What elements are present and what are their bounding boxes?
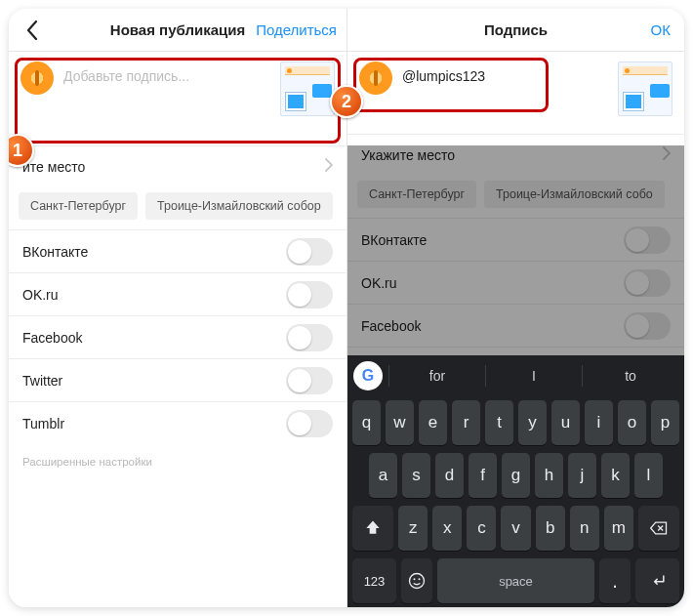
add-location-row[interactable]: ите место xyxy=(9,145,346,186)
header-title: Новая публикация xyxy=(110,21,245,38)
keyboard-row: a s d f g h j k l xyxy=(347,449,684,502)
ok-action[interactable]: ОК xyxy=(651,9,671,51)
key-n[interactable]: n xyxy=(570,506,599,551)
key-t[interactable]: t xyxy=(485,400,513,445)
keyboard-row: z x c v b n m xyxy=(347,502,684,554)
toggle[interactable] xyxy=(286,410,333,437)
key-w[interactable]: w xyxy=(386,400,414,445)
key-u[interactable]: u xyxy=(551,400,580,445)
avatar xyxy=(20,62,54,95)
advanced-settings[interactable]: Расширенные настройки xyxy=(9,444,346,479)
share-row-tumblr[interactable]: Tumblr xyxy=(9,401,346,444)
svg-point-2 xyxy=(419,578,421,580)
keyboard-suggestion[interactable]: I xyxy=(485,365,582,387)
chevron-left-icon xyxy=(25,20,39,41)
keyboard-row: 123 space . xyxy=(347,554,684,607)
key-v[interactable]: v xyxy=(501,506,530,551)
caption-input[interactable]: @lumpics123 xyxy=(402,62,618,84)
keyboard[interactable]: G for I to q w e r t y u i o p a s d xyxy=(347,355,684,607)
toggle[interactable] xyxy=(286,367,333,394)
share-label: OK.ru xyxy=(361,275,397,291)
key-y[interactable]: y xyxy=(518,400,547,445)
key-emoji[interactable] xyxy=(401,558,432,603)
shift-icon xyxy=(363,518,383,538)
toggle[interactable] xyxy=(624,312,671,340)
key-z[interactable]: z xyxy=(398,506,428,551)
key-c[interactable]: c xyxy=(467,506,496,551)
share-row-ok[interactable]: OK.ru xyxy=(9,272,346,315)
toggle[interactable] xyxy=(624,226,671,254)
key-period[interactable]: . xyxy=(599,558,631,603)
key-r[interactable]: r xyxy=(452,400,480,445)
location-chip[interactable]: Троице-Измайловский собо xyxy=(484,181,665,208)
share-label: Tumblr xyxy=(22,416,64,431)
key-q[interactable]: q xyxy=(352,400,381,445)
key-b[interactable]: b xyxy=(536,506,565,551)
location-chip[interactable]: Санкт-Петербург xyxy=(19,192,138,220)
key-f[interactable]: f xyxy=(469,453,497,498)
post-thumbnail[interactable] xyxy=(280,62,335,116)
location-chip[interactable]: Санкт-Петербург xyxy=(357,181,476,208)
key-enter[interactable] xyxy=(635,558,679,603)
key-d[interactable]: d xyxy=(435,453,464,498)
share-label: Twitter xyxy=(22,373,62,389)
key-k[interactable]: k xyxy=(601,453,630,498)
avatar xyxy=(359,62,392,95)
header: Подпись ОК xyxy=(347,9,684,52)
header: Новая публикация Поделиться xyxy=(9,9,346,52)
keyboard-suggestion-bar: G for I to xyxy=(347,355,684,396)
post-thumbnail[interactable] xyxy=(618,62,673,116)
key-j[interactable]: j xyxy=(568,453,596,498)
location-chips: Санкт-Петербург Троице-Измайловский собо xyxy=(347,175,684,218)
google-icon[interactable]: G xyxy=(353,361,383,390)
key-h[interactable]: h xyxy=(535,453,563,498)
toggle[interactable] xyxy=(286,324,333,351)
share-action[interactable]: Поделиться xyxy=(256,9,337,51)
location-chip[interactable]: Троице-Измайловский собор xyxy=(145,192,333,220)
screen-new-post: Новая публикация Поделиться Добавьте под… xyxy=(9,9,346,607)
add-location-label: Укажите место xyxy=(361,147,455,163)
chevron-right-icon xyxy=(325,158,333,175)
key-x[interactable]: x xyxy=(432,506,462,551)
share-row-vk[interactable]: ВКонтакте xyxy=(347,218,684,261)
keyboard-row: q w e r t y u i o p xyxy=(347,396,684,449)
backspace-icon xyxy=(649,518,669,538)
key-m[interactable]: m xyxy=(604,506,633,551)
key-backspace[interactable] xyxy=(638,506,679,551)
key-e[interactable]: e xyxy=(419,400,447,445)
key-shift[interactable] xyxy=(352,506,393,551)
toggle[interactable] xyxy=(286,281,333,308)
share-label: ВКонтакте xyxy=(361,232,427,248)
header-title: Подпись xyxy=(484,21,548,38)
add-location-row[interactable]: Укажите место xyxy=(347,134,684,175)
share-row-fb[interactable]: Facebook xyxy=(347,304,684,347)
toggle[interactable] xyxy=(624,269,671,297)
key-space[interactable]: space xyxy=(437,558,594,603)
screen-caption-edit: Подпись ОК 2 @lumpics123 Укажите место С… xyxy=(346,9,684,607)
caption-row[interactable]: @lumpics123 xyxy=(347,52,684,134)
key-o[interactable]: o xyxy=(618,400,646,445)
key-l[interactable]: l xyxy=(634,453,663,498)
key-i[interactable]: i xyxy=(585,400,613,445)
keyboard-suggestion[interactable]: for xyxy=(388,365,485,387)
svg-point-0 xyxy=(410,574,425,589)
caption-row[interactable]: Добавьте подпись... xyxy=(9,52,346,145)
share-row-fb[interactable]: Facebook xyxy=(9,315,346,358)
key-p[interactable]: p xyxy=(651,400,679,445)
back-button[interactable] xyxy=(15,9,50,51)
caption-input[interactable]: Добавьте подпись... xyxy=(63,62,280,84)
share-row-tw[interactable]: Twitter xyxy=(9,358,346,401)
chevron-right-icon xyxy=(663,146,671,163)
key-g[interactable]: g xyxy=(502,453,530,498)
share-row-ok[interactable]: OK.ru xyxy=(347,261,684,304)
keyboard-suggestion[interactable]: to xyxy=(582,365,678,387)
key-numbers[interactable]: 123 xyxy=(352,558,396,603)
key-a[interactable]: a xyxy=(369,453,397,498)
step-badge-2: 2 xyxy=(330,85,363,118)
key-s[interactable]: s xyxy=(402,453,430,498)
share-label: ВКонтакте xyxy=(22,244,88,260)
location-chips: Санкт-Петербург Троице-Измайловский собо… xyxy=(9,186,346,229)
share-row-vk[interactable]: ВКонтакте xyxy=(9,229,346,272)
emoji-icon xyxy=(407,571,427,591)
toggle[interactable] xyxy=(286,238,333,266)
